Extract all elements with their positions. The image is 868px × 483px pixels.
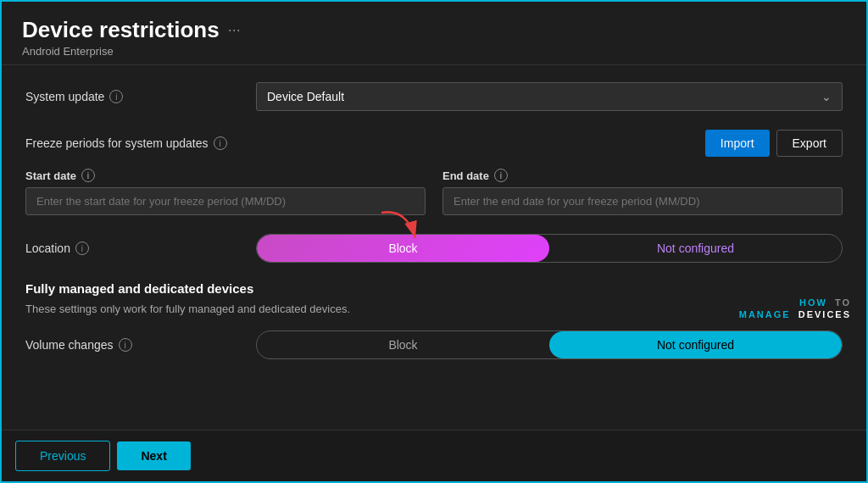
system-update-control: Device Default ⌄ xyxy=(256,82,843,111)
volume-block-option[interactable]: Block xyxy=(257,331,549,358)
dropdown-arrow-icon: ⌄ xyxy=(821,90,832,103)
location-block-option[interactable]: Block xyxy=(257,235,549,262)
freeze-periods-row: Freeze periods for system updates i Impo… xyxy=(25,130,843,157)
page-subtitle: Android Enterprise xyxy=(22,45,846,58)
end-date-group: End date i xyxy=(442,169,843,215)
location-info-icon[interactable]: i xyxy=(75,242,89,255)
volume-changes-toggle: Block Not configured xyxy=(256,330,843,359)
volume-changes-control: Block Not configured xyxy=(256,330,843,359)
page-container: Device restrictions ··· Android Enterpri… xyxy=(2,2,866,481)
location-toggle: Block Not configured xyxy=(256,234,843,263)
freeze-periods-label: Freeze periods for system updates i xyxy=(25,136,246,150)
import-button[interactable]: Import xyxy=(705,130,770,157)
location-control: Block Not configured xyxy=(256,234,843,263)
page-title: Device restrictions xyxy=(22,17,220,43)
start-date-group: Start date i xyxy=(25,169,426,215)
previous-button[interactable]: Previous xyxy=(15,441,110,471)
system-update-label: System update i xyxy=(25,90,246,103)
content-area: System update i Device Default ⌄ Freeze … xyxy=(2,65,866,430)
system-update-dropdown[interactable]: Device Default ⌄ xyxy=(256,82,843,111)
volume-changes-label: Volume changes i xyxy=(25,338,246,352)
next-button[interactable]: Next xyxy=(117,441,190,470)
start-date-input[interactable] xyxy=(25,187,426,215)
system-update-row: System update i Device Default ⌄ xyxy=(25,82,843,111)
section-heading: Fully managed and dedicated devices xyxy=(25,281,843,296)
system-update-value: Device Default xyxy=(267,90,344,103)
system-update-info-icon[interactable]: i xyxy=(109,90,123,103)
freeze-periods-info-icon[interactable]: i xyxy=(214,136,227,150)
date-fields-row: Start date i End date i xyxy=(25,169,843,215)
header: Device restrictions ··· Android Enterpri… xyxy=(2,2,866,65)
section-description: These settings only work for fully manag… xyxy=(25,303,843,315)
location-row: Location i Block Not configured xyxy=(25,234,843,263)
start-date-label: Start date i xyxy=(25,169,426,182)
volume-changes-row: HOW TO MANAGE DEVICES Volume changes i B… xyxy=(25,330,843,359)
volume-changes-info-icon[interactable]: i xyxy=(119,338,132,352)
end-date-input[interactable] xyxy=(442,187,843,215)
end-date-info-icon[interactable]: i xyxy=(494,169,508,182)
more-options-icon[interactable]: ··· xyxy=(228,21,241,39)
watermark: HOW TO MANAGE DEVICES xyxy=(739,297,851,321)
footer: Previous Next xyxy=(2,430,866,481)
export-button[interactable]: Export xyxy=(776,130,843,157)
volume-not-configured-option[interactable]: Not configured xyxy=(549,331,842,358)
freeze-buttons: Import Export xyxy=(705,130,843,157)
end-date-label: End date i xyxy=(442,169,843,182)
location-not-configured-option[interactable]: Not configured xyxy=(549,235,842,262)
start-date-info-icon[interactable]: i xyxy=(81,169,95,182)
location-label: Location i xyxy=(25,242,246,255)
